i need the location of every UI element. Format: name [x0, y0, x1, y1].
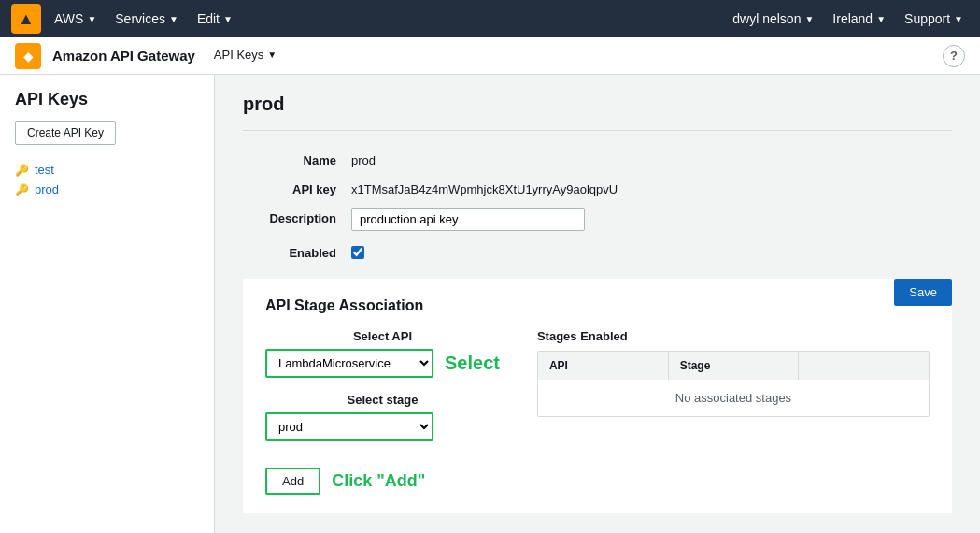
- main-layout: API Keys Create API Key 🔑 test 🔑 prod pr…: [0, 75, 980, 533]
- support-menu[interactable]: Support ▼: [899, 0, 969, 37]
- select-stage-group: Select stage prod: [265, 393, 500, 441]
- aws-chevron-icon: ▼: [87, 14, 96, 24]
- api-select-dropdown[interactable]: LambdaMicroservice: [265, 349, 433, 378]
- divider: [243, 130, 952, 131]
- key-icon-test: 🔑: [15, 164, 29, 177]
- stage-association-section: API Stage Association Select API LambdaM…: [243, 279, 952, 513]
- api-key-value: x1TMsafJaB4z4mWpmhjck8XtU1yrryAy9aolqpvU: [351, 179, 618, 196]
- create-api-key-button[interactable]: Create API Key: [15, 121, 116, 145]
- enabled-label: Enabled: [243, 242, 336, 260]
- enabled-checkbox[interactable]: [351, 246, 364, 259]
- name-value: prod: [351, 150, 376, 167]
- stage-select-dropdown[interactable]: prod: [265, 412, 433, 441]
- description-input[interactable]: [351, 208, 585, 231]
- name-field-row: Name prod: [243, 150, 952, 167]
- assoc-left: Select API LambdaMicroservice Select Sel…: [265, 329, 500, 495]
- tab-chevron-icon: ▼: [267, 50, 277, 60]
- assoc-title: API Stage Association: [265, 297, 930, 314]
- api-keys-tab[interactable]: API Keys ▼: [206, 37, 284, 75]
- assoc-right: Stages Enabled API Stage No associated s…: [537, 329, 930, 417]
- select-api-label: Select API: [265, 329, 500, 343]
- top-nav: ▲ AWS ▼ Services ▼ Edit ▼ dwyl nelson ▼ …: [0, 0, 980, 37]
- sidebar-item-test[interactable]: 🔑 test: [15, 160, 199, 180]
- stages-col-action: [799, 352, 929, 380]
- select-api-group: Select API LambdaMicroservice Select: [265, 329, 500, 378]
- services-chevron-icon: ▼: [169, 14, 178, 24]
- add-click-label: Click "Add": [332, 471, 425, 491]
- add-button[interactable]: Add: [265, 468, 320, 495]
- services-menu[interactable]: Services ▼: [109, 0, 184, 37]
- description-label: Description: [243, 208, 336, 225]
- stages-table: API Stage No associated stages: [537, 351, 930, 417]
- api-key-field-row: API key x1TMsafJaB4z4mWpmhjck8XtU1yrryAy…: [243, 179, 952, 196]
- secondary-nav: ◆ Amazon API Gateway API Keys ▼ ?: [0, 37, 980, 75]
- user-menu[interactable]: dwyl nelson ▼: [727, 0, 819, 37]
- assoc-layout: Select API LambdaMicroservice Select Sel…: [265, 329, 930, 495]
- user-chevron-icon: ▼: [804, 14, 814, 24]
- stages-col-stage: Stage: [669, 352, 800, 380]
- support-chevron-icon: ▼: [954, 14, 963, 24]
- content-area: prod Name prod API key x1TMsafJaB4z4mWpm…: [215, 75, 980, 533]
- edit-chevron-icon: ▼: [223, 14, 233, 24]
- stages-no-data: No associated stages: [538, 380, 929, 416]
- region-menu[interactable]: Ireland ▼: [827, 0, 891, 37]
- edit-menu[interactable]: Edit ▼: [192, 0, 238, 37]
- select-click-label: Select: [445, 353, 500, 374]
- name-label: Name: [243, 150, 336, 167]
- select-stage-label: Select stage: [265, 393, 500, 407]
- aws-logo: ▲: [11, 4, 41, 34]
- sidebar-item-prod[interactable]: 🔑 prod: [15, 180, 199, 199]
- aws-menu[interactable]: AWS ▼: [49, 0, 102, 37]
- add-btn-row: Add Click "Add": [265, 468, 500, 495]
- description-field-row: Description: [243, 208, 952, 231]
- sidebar-title: API Keys: [15, 90, 199, 109]
- stages-col-api: API: [538, 352, 669, 380]
- help-button[interactable]: ?: [943, 45, 965, 67]
- key-icon-prod: 🔑: [15, 183, 29, 196]
- page-title: prod: [243, 94, 952, 115]
- region-chevron-icon: ▼: [876, 14, 886, 24]
- enabled-field-row: Enabled: [243, 242, 952, 260]
- api-key-label: API key: [243, 179, 336, 196]
- service-icon: ◆: [15, 43, 41, 69]
- sidebar: API Keys Create API Key 🔑 test 🔑 prod: [0, 75, 215, 533]
- service-name: Amazon API Gateway: [52, 48, 195, 64]
- stages-enabled-label: Stages Enabled: [537, 329, 930, 343]
- stages-table-header: API Stage: [538, 352, 929, 380]
- select-api-row: LambdaMicroservice Select: [265, 349, 500, 378]
- save-button[interactable]: Save: [894, 279, 952, 306]
